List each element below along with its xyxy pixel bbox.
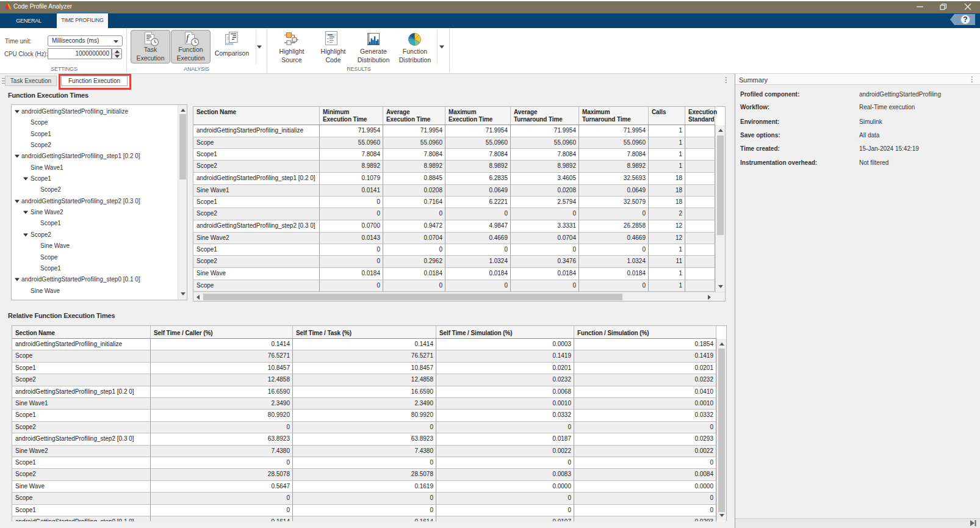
svg-text:?: ? <box>963 15 967 24</box>
